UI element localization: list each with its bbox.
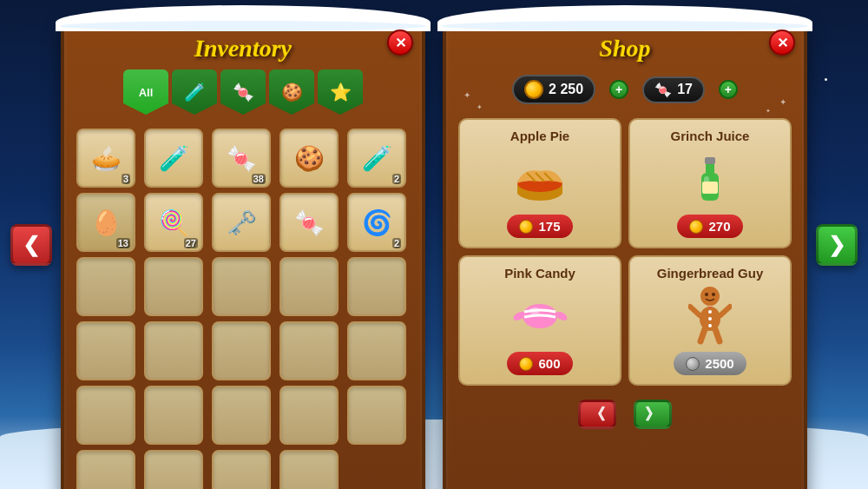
inv-cell-8[interactable]: 🍬 xyxy=(279,193,339,252)
svg-point-15 xyxy=(700,287,720,306)
inv-cell-14[interactable] xyxy=(347,257,406,316)
svg-rect-10 xyxy=(702,182,718,194)
potion-icon-1: 🧪 xyxy=(159,144,189,173)
inventory-close-button[interactable]: ✕ xyxy=(387,30,413,56)
inv-cell-3[interactable]: 🍪 xyxy=(279,129,339,188)
inv-cell-19[interactable] xyxy=(347,321,406,380)
panels-container: Inventory ✕ All 🧪 🍬 🍪 ⭐ xyxy=(61,17,807,489)
inv-cell-20[interactable] xyxy=(76,386,135,445)
inv-cell-25[interactable] xyxy=(76,450,135,489)
filter-tabs: All 🧪 🍬 🍪 ⭐ xyxy=(64,69,422,123)
shop-item-grinch-juice[interactable]: Grinch Juice xyxy=(628,118,792,248)
shop-item-gingerbread[interactable]: Gingerbread Guy xyxy=(628,255,792,386)
inv-cell-21[interactable] xyxy=(144,386,203,445)
gingerbread-coin-icon xyxy=(686,357,700,371)
inv-cell-9[interactable]: 🌀 2 xyxy=(347,193,406,252)
candy-display: 🍬 17 xyxy=(642,76,705,103)
candy-currency-icon: 🍬 xyxy=(654,82,672,98)
pink-candy-name: Pink Candy xyxy=(504,266,575,281)
item-count-9: 2 xyxy=(392,238,401,248)
inv-cell-7[interactable]: 🗝️ xyxy=(212,193,271,252)
pink-candy-coin-icon xyxy=(519,357,533,371)
shop-close-button[interactable]: ✕ xyxy=(769,30,795,56)
inv-cell-12[interactable] xyxy=(212,257,271,316)
shop-prev-icon: 《 xyxy=(589,404,605,425)
shop-grid: Apple Pie xyxy=(446,113,804,391)
svg-point-16 xyxy=(705,293,708,296)
add-coins-button[interactable]: + xyxy=(609,80,628,99)
gingerbread-price: 2500 xyxy=(705,356,733,371)
shop-prev-button[interactable]: 《 xyxy=(578,400,616,429)
left-nav-arrow[interactable]: ❮ xyxy=(10,224,52,266)
inv-cell-22[interactable] xyxy=(212,386,271,445)
inv-cell-10[interactable] xyxy=(76,257,135,316)
candy-icon-8: 🍬 xyxy=(294,208,325,237)
svg-line-19 xyxy=(690,307,700,315)
lollipop-icon-6: 🍭 xyxy=(159,208,189,237)
add-candy-button[interactable]: + xyxy=(719,80,738,99)
deco-star-1: ✦ xyxy=(464,90,470,100)
inv-cell-24[interactable] xyxy=(347,386,406,445)
inv-cell-17[interactable] xyxy=(212,321,271,380)
inv-cell-6[interactable]: 🍭 27 xyxy=(144,193,203,252)
key-icon-7: 🗝️ xyxy=(227,208,257,237)
svg-point-13 xyxy=(554,310,568,322)
apple-pie-price: 175 xyxy=(538,219,560,234)
item-count-5: 13 xyxy=(116,238,130,248)
chevron-left-icon: ❮ xyxy=(23,233,40,257)
gingerbread-icon-3: 🍪 xyxy=(294,144,325,173)
shop-panel: Shop ✕ ✦ ✦ ✦ ✦ 2 250 + 🍬 17 + Apple Pie xyxy=(443,17,807,489)
filter-tab-potion[interactable]: 🧪 xyxy=(172,69,217,115)
apple-pie-image xyxy=(514,149,566,209)
inventory-panel: Inventory ✕ All 🧪 🍬 🍪 ⭐ xyxy=(61,17,425,489)
shop-next-button[interactable]: 》 xyxy=(634,400,672,429)
shop-item-apple-pie[interactable]: Apple Pie xyxy=(458,118,621,248)
filter-tab-candy[interactable]: 🍬 xyxy=(220,69,266,115)
gingerbread-image xyxy=(688,286,732,347)
filter-tab-cookie[interactable]: 🍪 xyxy=(269,69,314,115)
inv-cell-26[interactable] xyxy=(144,450,203,489)
grinch-juice-price-button[interactable]: 270 xyxy=(677,215,742,238)
coins-value: 2 250 xyxy=(549,82,583,97)
inv-cell-4[interactable]: 🧪 2 xyxy=(347,129,406,188)
shop-snow xyxy=(437,5,812,31)
inv-cell-2[interactable]: 🍬 38 xyxy=(212,129,271,188)
inv-cell-1[interactable]: 🧪 xyxy=(144,129,203,188)
star-filter-icon: ⭐ xyxy=(330,82,352,102)
inv-cell-0[interactable]: 🥧 3 xyxy=(76,129,135,188)
apple-pie-price-button[interactable]: 175 xyxy=(507,215,572,238)
inv-cell-13[interactable] xyxy=(279,257,339,316)
potion-icon-4: 🧪 xyxy=(362,144,392,173)
inventory-snow xyxy=(56,5,431,31)
inv-cell-28[interactable] xyxy=(279,450,339,489)
inv-cell-16[interactable] xyxy=(144,321,203,380)
inv-cell-15[interactable] xyxy=(76,321,135,380)
inv-cell-5[interactable]: 🥚 13 xyxy=(76,193,135,252)
chevron-right-icon: ❯ xyxy=(828,233,845,257)
swirl-icon-9: 🌀 xyxy=(362,208,392,237)
svg-point-17 xyxy=(712,293,715,296)
inv-cell-18[interactable] xyxy=(279,321,339,380)
filter-tab-star[interactable]: ⭐ xyxy=(318,69,363,115)
pink-candy-price-button[interactable]: 600 xyxy=(507,352,572,375)
inv-cell-11[interactable] xyxy=(144,257,203,316)
right-nav-arrow[interactable]: ❯ xyxy=(816,224,858,266)
item-count-6: 27 xyxy=(184,238,198,248)
gingerbread-name: Gingerbread Guy xyxy=(657,266,764,281)
svg-line-22 xyxy=(715,329,720,341)
pie-icon: 🥧 xyxy=(91,144,122,173)
svg-rect-7 xyxy=(706,162,714,175)
shop-navigation: 《 》 xyxy=(446,391,804,438)
inv-cell-23[interactable] xyxy=(279,386,339,445)
gingerbread-price-button[interactable]: 2500 xyxy=(674,352,746,375)
shop-item-pink-candy[interactable]: Pink Candy xyxy=(458,255,621,386)
inv-cell-27[interactable] xyxy=(212,450,271,489)
filter-tab-all[interactable]: All xyxy=(123,69,168,115)
svg-point-14 xyxy=(529,307,540,314)
filter-all-label: All xyxy=(139,86,154,99)
currency-bar: 2 250 + 🍬 17 + xyxy=(446,69,804,113)
inventory-grid: 🥧 3 🧪 🍬 38 🍪 🧪 2 🥚 13 � xyxy=(64,123,422,489)
potion-filter-icon: 🧪 xyxy=(184,82,206,102)
coins-display: 2 250 xyxy=(512,75,595,104)
grinch-juice-name: Grinch Juice xyxy=(671,129,750,143)
